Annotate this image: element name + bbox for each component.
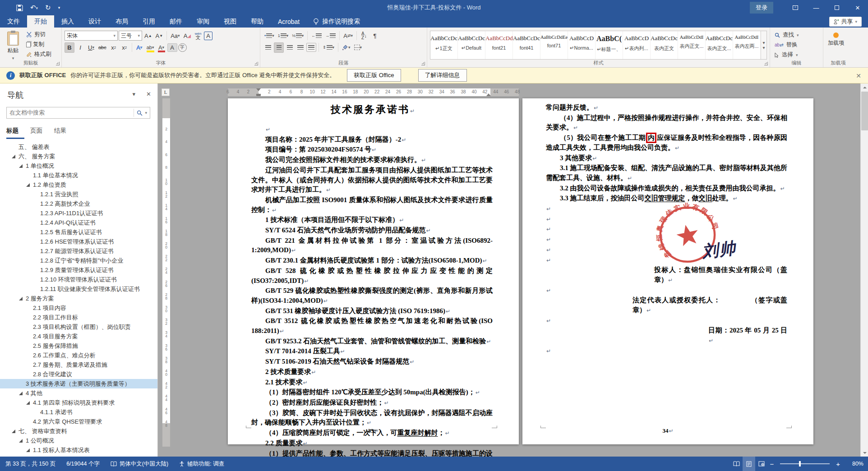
doc-paragraph[interactable]: 3 其他要求↵ (546, 153, 787, 164)
style-item[interactable]: AaBbCcDcfont41 (513, 31, 540, 59)
nav-search-input[interactable]: 在文档中搜索 ▾ (6, 107, 150, 119)
minimize-button[interactable]: — (806, 0, 826, 15)
numbering-icon[interactable]: 1▾ (277, 31, 290, 41)
paragraph-dialog-launcher[interactable] (421, 62, 425, 65)
nav-heading-item[interactable]: 1 公司概况 (0, 436, 157, 445)
highlight-color-icon[interactable]: ab▾ (145, 42, 156, 53)
zoom-slider-thumb[interactable] (799, 461, 801, 466)
scroll-down-icon[interactable] (861, 449, 868, 457)
doc-paragraph[interactable]: 3.2 由我公司设备故障或操作造成损失的，相关责任及费用由我公司承担。↵ (546, 184, 787, 194)
shrink-font-icon[interactable]: A▼ (154, 31, 165, 41)
select-button[interactable]: 选择▾ (773, 50, 820, 60)
nav-heading-item[interactable]: 1.2 单位资质 (0, 180, 157, 189)
doc-paragraph[interactable]: 常问题并反馈。↵ (546, 103, 787, 113)
left-indent-marker[interactable] (256, 94, 261, 96)
doc-paragraph[interactable]: GB/T 3512 硫化橡胶或热塑性橡胶热空气加速老化和耐热试验(ISO 188… (251, 316, 493, 336)
copy-button[interactable]: 复制 (24, 40, 53, 49)
nav-heading-item[interactable]: 2.1 项目内容 (0, 303, 157, 313)
undo-icon[interactable]: ↶▾ (30, 4, 38, 12)
style-item[interactable]: AaBbCcDc↵1正文 (430, 31, 458, 59)
show-marks-icon[interactable]: ¶ (370, 31, 380, 41)
tab-视图[interactable]: 视图 (217, 15, 244, 28)
nav-heading-item[interactable]: 2 服务方案 (0, 294, 157, 303)
strikethrough-icon[interactable]: abc (97, 42, 108, 53)
nav-tab-标题[interactable]: 标题 (6, 127, 18, 135)
tab-布局[interactable]: 布局 (108, 15, 135, 28)
nav-heading-item[interactable]: 2.3 项目机构设置（框图）、岗位职责 (0, 322, 157, 332)
nav-heading-item[interactable]: 2.2 项目工作目标 (0, 313, 157, 322)
font-size-combo[interactable]: 三号▾ (119, 31, 142, 41)
clear-formatting-icon[interactable]: A◢ (182, 31, 192, 41)
nav-heading-item[interactable]: 五、 偏差表 (0, 142, 157, 152)
expand-arrow-icon[interactable] (19, 439, 23, 443)
nav-heading-item[interactable]: 1.2.5 售后服务认证证书 (0, 227, 157, 237)
nav-heading-item[interactable]: 1.2.4 API-QI认证证书 (0, 218, 157, 227)
zoom-slider[interactable] (780, 463, 830, 464)
font-name-combo[interactable]: 宋体▾ (65, 31, 118, 41)
doc-paragraph[interactable]: 项目名称：2025 年井下工具服务（封隔器）-2↵ (251, 135, 493, 145)
nav-heading-item[interactable]: 1.2.9 质量管理体系认证证书 (0, 265, 157, 275)
nav-tab-结果[interactable]: 结果 (54, 127, 66, 135)
tab-邮件[interactable]: 邮件 (162, 15, 189, 28)
doc-paragraph[interactable]: （1）封隔器密封组件 120℃承受压差至少达到 50mpa(出具检测报告)；↵ (251, 388, 493, 398)
customize-qat-icon[interactable]: ▾ (58, 5, 60, 10)
change-case-icon[interactable]: Aa▾ (169, 31, 181, 41)
search-options-chevron-icon[interactable]: ▾ (145, 111, 147, 115)
doc-paragraph[interactable]: 法定代表人或授权委托人：（签字或盖章）↵ (546, 296, 787, 315)
tab-文件[interactable]: 文件 (0, 15, 27, 28)
tab-审阅[interactable]: 审阅 (189, 15, 217, 28)
nav-options-chevron-icon[interactable]: ▾ (133, 91, 136, 97)
doc-paragraph[interactable]: ↵ (546, 316, 787, 326)
nav-heading-item[interactable]: 2.8 合理化建议 (0, 369, 157, 379)
styles-dialog-launcher[interactable] (764, 62, 768, 65)
style-item[interactable]: AaBbCcD↵Norma... (568, 31, 596, 59)
doc-paragraph[interactable]: GB/T 529 硫化橡胶或热塑性橡胶撕裂强度的测定(裤形、直角形和新月形试样)… (251, 286, 493, 306)
doc-paragraph[interactable]: （3）胶筒、皮碗下井时处于回收状态，设有抗屈保护，封隔器遇阻不启动座封，确保能顺… (251, 408, 493, 428)
doc-paragraph[interactable]: （1）提供产品性能、参数、工作方式等应能满足压裂、压驱等措施施工的设计、井况及相… (251, 449, 493, 457)
tab-插入[interactable]: 插入 (54, 15, 81, 28)
nav-heading-item[interactable]: 1.2.10 环境管理体系认证证书 (0, 275, 157, 284)
cut-button[interactable]: 剪切 (24, 30, 53, 39)
doc-paragraph[interactable]: 日期：2025 年 05 月 25 日↵ (546, 326, 787, 346)
nav-heading-item[interactable]: 2.6 工作重点、难点分析 (0, 351, 157, 360)
multilevel-list-icon[interactable]: ⅓▾ (291, 31, 305, 41)
word-count[interactable]: 6/19044 个字 (61, 457, 105, 471)
tab-帮助[interactable]: 帮助 (244, 15, 271, 28)
ribbon-display-options-icon[interactable]: ^ (785, 0, 806, 15)
nav-close-icon[interactable]: ✕ (146, 91, 151, 97)
nav-heading-item[interactable]: 4 其他 (0, 388, 157, 398)
read-mode-icon[interactable] (730, 457, 743, 471)
web-layout-icon[interactable] (755, 457, 768, 471)
language-indicator[interactable]: 简体中文(中国大陆) (105, 457, 174, 471)
decrease-indent-icon[interactable]: ← (310, 31, 323, 41)
find-button[interactable]: 查找▾ (773, 30, 820, 40)
addins-button[interactable]: 加载项 (826, 30, 846, 46)
tab-设计[interactable]: 设计 (81, 15, 108, 28)
expand-arrow-icon[interactable] (19, 297, 23, 300)
phonetic-guide-icon[interactable]: wén文 (193, 31, 203, 41)
style-item[interactable]: AaBbCcDdEfont21 (485, 31, 513, 59)
document-scrollbar[interactable] (860, 83, 868, 457)
tab-Acrobat[interactable]: Acrobat (271, 15, 307, 28)
superscript-icon[interactable]: x2 (120, 42, 129, 53)
distribute-icon[interactable] (306, 43, 316, 52)
tab-引用[interactable]: 引用 (135, 15, 162, 28)
doc-paragraph[interactable]: 机械产品加工按照 ISO9001 质量体系和招标人图纸及技术文件要求进行质量控制… (251, 195, 493, 215)
nav-heading-item[interactable]: 1.2.3 API-11D1认证证书 (0, 208, 157, 218)
doc-paragraph[interactable]: 2 技术质量要求↵ (251, 367, 493, 378)
accessibility-status[interactable]: 辅助功能: 调查 (174, 457, 230, 471)
nav-heading-item[interactable]: 1 单位概况 (0, 161, 157, 171)
expand-arrow-icon[interactable] (26, 183, 30, 187)
doc-paragraph[interactable]: SY/T 5106-2019 石油天然气钻采设备 封隔器规范↵ (251, 357, 493, 367)
expand-arrow-icon[interactable] (26, 401, 30, 405)
doc-paragraph[interactable]: ↵ (251, 125, 493, 135)
underline-icon[interactable]: U▾ (86, 42, 96, 53)
doc-paragraph[interactable]: GB/T 221 金属材料拉伸试验第 1 部分：室温试验方法(ISO6892-1… (251, 236, 493, 256)
scrollbar-thumb[interactable] (861, 92, 868, 130)
line-spacing-icon[interactable]: ⇕▾ (321, 42, 336, 53)
tab-stop-selector[interactable]: L (162, 88, 170, 96)
nav-tab-页面[interactable]: 页面 (30, 127, 42, 135)
doc-paragraph[interactable]: 1 技术标准（本项目适用但不限于以下标准）↵ (251, 215, 493, 226)
doc-paragraph[interactable]: SY/T 7014-2014 压裂工具↵ (251, 346, 493, 357)
expand-arrow-icon[interactable] (12, 155, 15, 158)
